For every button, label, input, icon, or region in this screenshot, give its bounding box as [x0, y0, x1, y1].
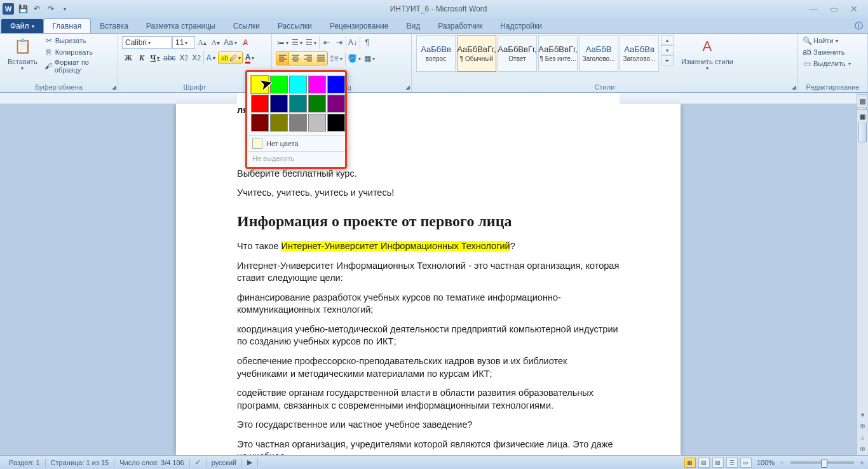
ruler[interactable]: [0, 93, 857, 104]
status-proofing-icon[interactable]: ✓: [190, 458, 207, 466]
no-color-option[interactable]: Нет цвета: [247, 135, 345, 151]
numbering-button[interactable]: ☰▾: [290, 36, 304, 49]
tab-review[interactable]: Рецензирование: [321, 19, 398, 33]
maximize-button[interactable]: ▭: [826, 3, 841, 15]
style-item[interactable]: АаБбВввопрос: [416, 35, 456, 72]
style-item[interactable]: АаБбВвГг,Ответ: [498, 35, 537, 72]
bold-button[interactable]: Ж: [122, 51, 135, 64]
line-spacing-button[interactable]: ‡≡▾: [329, 52, 346, 65]
change-styles-button[interactable]: A Изменить стили ▾: [677, 35, 737, 72]
font-name-combo[interactable]: Calibri▾: [122, 36, 172, 49]
help-icon[interactable]: ⓘ: [855, 20, 863, 32]
zoom-slider[interactable]: [790, 461, 854, 464]
text-effects-button[interactable]: A▾: [205, 51, 217, 64]
align-right-button[interactable]: [302, 52, 315, 65]
decrease-indent-button[interactable]: ⇤: [320, 36, 333, 49]
styles-row-up[interactable]: ▴: [661, 35, 674, 45]
style-item[interactable]: АаБбВвЗаголово...: [620, 35, 659, 72]
styles-more[interactable]: ⏷: [661, 55, 674, 65]
copy-button[interactable]: ⎘Копировать: [44, 46, 114, 58]
highlight-button[interactable]: ab🖊▾: [218, 51, 243, 64]
clipboard-launcher[interactable]: ◢: [112, 84, 116, 90]
justify-button[interactable]: [315, 52, 327, 65]
zoom-out-button[interactable]: −: [780, 459, 783, 466]
color-swatch[interactable]: [251, 95, 269, 112]
tab-addins[interactable]: Надстройки: [491, 19, 551, 33]
outline-view[interactable]: ☰: [726, 458, 738, 468]
underline-button[interactable]: Ч▾: [149, 51, 161, 64]
side-panel-tab-2[interactable]: ▦: [857, 109, 868, 123]
align-center-button[interactable]: [289, 52, 302, 65]
color-swatch[interactable]: [289, 114, 307, 132]
tab-mailings[interactable]: Рассылки: [269, 19, 321, 33]
zoom-level[interactable]: 100%: [757, 459, 775, 466]
tab-view[interactable]: Вид: [397, 19, 429, 33]
style-item[interactable]: АаБбВЗаголово...: [579, 35, 618, 72]
select-button[interactable]: ▭Выделить▾: [802, 58, 851, 69]
find-button[interactable]: 🔍Найти▾: [802, 35, 838, 46]
undo-icon[interactable]: ↶: [31, 3, 43, 15]
show-marks-button[interactable]: ¶: [361, 36, 374, 49]
shrink-font-button[interactable]: A▾: [209, 36, 222, 49]
increase-indent-button[interactable]: ⇥: [334, 36, 346, 49]
replace-button[interactable]: abЗаменить: [802, 46, 844, 58]
color-swatch[interactable]: [327, 76, 345, 93]
borders-button[interactable]: ▦▾: [363, 52, 376, 65]
strike-button[interactable]: abc: [162, 51, 177, 64]
italic-button[interactable]: К: [135, 51, 148, 64]
paste-button[interactable]: 📋 Вставить ▾: [4, 35, 41, 72]
tab-references[interactable]: Ссылки: [224, 19, 269, 33]
change-case-button[interactable]: Aa▾: [222, 36, 238, 49]
color-swatch[interactable]: [327, 114, 345, 132]
redo-icon[interactable]: ↷: [44, 3, 57, 15]
color-swatch[interactable]: [327, 95, 345, 112]
prev-page-button[interactable]: ⦿: [857, 421, 868, 432]
color-swatch[interactable]: [251, 114, 269, 132]
status-words[interactable]: Число слов: 3/4 106: [114, 459, 190, 466]
bullets-button[interactable]: ≔▾: [276, 36, 290, 49]
print-layout-view[interactable]: ▦: [684, 458, 696, 468]
status-section[interactable]: Раздел: 1: [4, 459, 46, 466]
align-left-button[interactable]: [276, 52, 289, 65]
color-swatch[interactable]: [270, 114, 288, 132]
tab-insert[interactable]: Вставка: [91, 19, 137, 33]
browse-object-button[interactable]: ○: [857, 432, 868, 444]
cut-button[interactable]: ✂Вырезать: [44, 35, 114, 46]
color-swatch[interactable]: [289, 76, 307, 93]
draft-view[interactable]: ▭: [740, 458, 752, 468]
status-macro-icon[interactable]: ▶: [242, 458, 258, 466]
minimize-button[interactable]: —: [806, 3, 821, 15]
paragraph-launcher[interactable]: ◢: [405, 84, 410, 90]
color-swatch[interactable]: [308, 95, 326, 112]
zoom-in-button[interactable]: +: [860, 459, 864, 466]
close-button[interactable]: ✕: [846, 3, 862, 15]
status-page[interactable]: Страница: 1 из 15: [46, 459, 115, 466]
subscript-button[interactable]: X2: [177, 51, 190, 64]
grow-font-button[interactable]: A▴: [196, 36, 208, 49]
color-swatch[interactable]: [308, 114, 326, 132]
style-item[interactable]: АаБбВвГг,¶ Обычный: [457, 35, 496, 72]
stop-highlight-option[interactable]: Не выделять: [247, 151, 345, 165]
web-view[interactable]: ▧: [712, 458, 724, 468]
multilevel-button[interactable]: ☲▾: [304, 36, 320, 49]
style-item[interactable]: АаБбВвГг,¶ Без инте...: [538, 35, 578, 72]
next-page-button[interactable]: ⦿: [857, 444, 868, 455]
styles-launcher[interactable]: ◢: [792, 84, 796, 90]
read-view[interactable]: ▤: [698, 458, 710, 468]
superscript-button[interactable]: X2: [191, 51, 204, 64]
sort-button[interactable]: A↓: [347, 36, 360, 49]
side-panel-tab-1[interactable]: ▤: [857, 94, 868, 108]
save-icon[interactable]: 💾: [17, 3, 29, 15]
qat-customize-icon[interactable]: ▾: [58, 3, 71, 15]
color-swatch[interactable]: [270, 95, 288, 112]
font-color-button[interactable]: A▾: [243, 51, 256, 64]
file-tab[interactable]: Файл: [1, 19, 43, 33]
color-swatch[interactable]: [308, 76, 326, 93]
color-swatch[interactable]: [289, 95, 307, 112]
clear-format-button[interactable]: A̷: [239, 36, 252, 49]
shading-button[interactable]: 🪣▾: [346, 52, 362, 65]
tab-developer[interactable]: Разработчик: [429, 19, 491, 33]
tab-home[interactable]: Главная: [43, 18, 92, 33]
styles-row-down[interactable]: ▾: [661, 45, 674, 55]
scroll-down-button[interactable]: ▼: [857, 409, 868, 421]
